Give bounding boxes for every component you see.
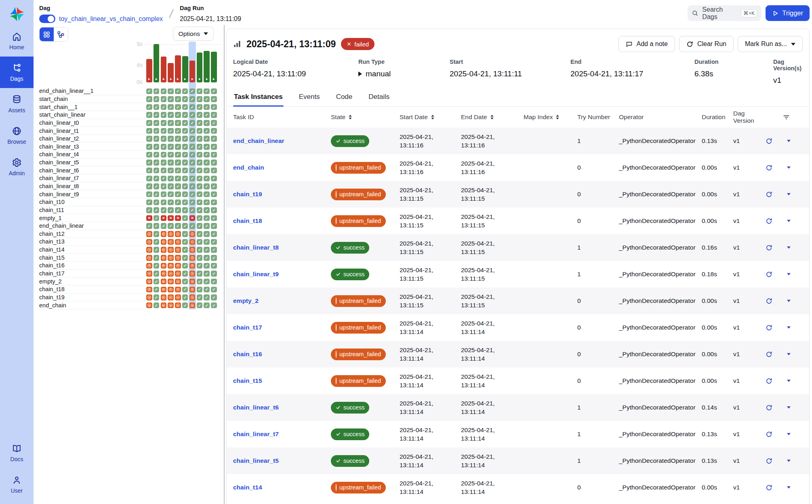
task-instance-square-success[interactable]: [168, 104, 174, 110]
task-instance-square-success[interactable]: [211, 136, 217, 142]
task-instance-square-success[interactable]: [189, 88, 196, 94]
task-instance-square-success[interactable]: [197, 207, 203, 213]
task-instance-square-success[interactable]: [197, 88, 203, 94]
task-instance-square-success[interactable]: [211, 128, 217, 134]
row-actions-caret-icon[interactable]: [787, 433, 791, 435]
sort-icon[interactable]: [555, 114, 560, 120]
task-instance-square-success[interactable]: [168, 183, 174, 189]
task-instance-square-upstream-failed[interactable]: [189, 271, 196, 277]
task-instance-square-success[interactable]: [204, 120, 210, 126]
task-id-link[interactable]: chain_linear_t7: [233, 430, 279, 437]
column-header-try-number[interactable]: Try Number: [577, 113, 619, 121]
task-instance-square-success[interactable]: [211, 215, 217, 221]
task-instance-square-success[interactable]: [154, 287, 160, 293]
graph-view-button[interactable]: [54, 27, 68, 41]
task-instance-square-success[interactable]: [204, 191, 210, 197]
search-dags-input[interactable]: Search Dags ⌘+K: [688, 5, 761, 21]
task-instance-square-success[interactable]: [175, 120, 181, 126]
task-instance-square-success[interactable]: [204, 200, 210, 206]
task-instance-square-success[interactable]: [204, 255, 210, 261]
task-instance-square-upstream-failed[interactable]: [175, 279, 181, 285]
task-instance-square-success[interactable]: [211, 160, 217, 166]
sidebar-item-admin[interactable]: Admin: [0, 151, 34, 183]
task-instance-square-success[interactable]: [189, 120, 196, 126]
task-instance-square-success[interactable]: [161, 152, 167, 158]
task-id-link[interactable]: chain_linear_t8: [233, 244, 279, 251]
task-instance-square-success[interactable]: [211, 294, 217, 300]
filter-icon[interactable]: [766, 113, 803, 121]
task-name[interactable]: chain_t14: [39, 246, 146, 254]
task-instance-square-upstream-failed[interactable]: [175, 302, 181, 309]
task-instance-square-success[interactable]: [161, 191, 167, 197]
task-instance-square-success[interactable]: [161, 88, 167, 94]
task-instance-square-success[interactable]: [146, 160, 152, 166]
task-instance-square-upstream-failed[interactable]: [175, 294, 181, 300]
task-instance-square-upstream-failed[interactable]: [168, 247, 174, 253]
task-name[interactable]: end_chain: [39, 301, 146, 309]
task-id-link[interactable]: chain_t17: [233, 324, 262, 331]
tab-task-instances[interactable]: Task Instances: [233, 93, 284, 106]
task-instance-square-success[interactable]: [197, 144, 203, 150]
sidebar-item-docs[interactable]: Docs: [0, 437, 34, 468]
task-instance-square-failed[interactable]: [146, 215, 152, 221]
task-instance-square-upstream-failed[interactable]: [161, 263, 167, 269]
task-instance-square-success[interactable]: [211, 223, 217, 229]
task-instance-square-success[interactable]: [154, 223, 160, 229]
task-instance-square-success[interactable]: [154, 112, 160, 118]
task-instance-square-success[interactable]: [197, 112, 203, 118]
task-instance-square-upstream-failed[interactable]: [189, 302, 196, 309]
task-instance-square-success[interactable]: [204, 223, 210, 229]
task-instance-square-upstream-failed[interactable]: [146, 279, 152, 285]
task-instance-square-success[interactable]: [168, 152, 174, 158]
task-instance-square-success[interactable]: [175, 112, 181, 118]
task-instance-square-success[interactable]: [197, 263, 203, 269]
task-instance-square-success[interactable]: [204, 144, 210, 150]
task-instance-square-success[interactable]: [211, 279, 217, 285]
task-instance-square-success[interactable]: [146, 152, 152, 158]
task-instance-square-success[interactable]: [146, 136, 152, 142]
task-instance-square-success[interactable]: [175, 183, 181, 189]
column-header-duration[interactable]: Duration: [702, 113, 733, 121]
clear-task-icon[interactable]: [766, 271, 772, 278]
airflow-logo[interactable]: [0, 0, 34, 25]
add-note-button[interactable]: Add a note: [618, 36, 675, 52]
column-header-start-date[interactable]: Start Date: [400, 113, 461, 121]
task-instance-square-success[interactable]: [146, 144, 152, 150]
task-instance-square-success[interactable]: [146, 96, 152, 102]
task-instance-square-success[interactable]: [175, 128, 181, 134]
task-instance-square-success[interactable]: [182, 294, 188, 300]
task-instance-square-success[interactable]: [175, 88, 181, 94]
task-instance-square-success[interactable]: [204, 88, 210, 94]
trigger-button[interactable]: Trigger: [766, 5, 810, 21]
clear-task-icon[interactable]: [766, 218, 772, 225]
row-actions-caret-icon[interactable]: [787, 460, 791, 462]
run-duration-bar[interactable]: [189, 61, 196, 82]
task-name[interactable]: chain_t16: [39, 262, 146, 270]
task-instance-square-success[interactable]: [182, 152, 188, 158]
clear-run-button[interactable]: Clear Run: [679, 36, 734, 52]
dag-pause-toggle[interactable]: [39, 15, 55, 23]
task-instance-square-success[interactable]: [146, 168, 152, 174]
task-instance-square-success[interactable]: [182, 112, 188, 118]
task-instance-square-upstream-failed[interactable]: [161, 239, 167, 245]
task-instance-square-success[interactable]: [211, 239, 217, 245]
task-instance-square-success[interactable]: [146, 200, 152, 206]
task-instance-square-success[interactable]: [154, 176, 160, 182]
task-instance-square-success[interactable]: [161, 104, 167, 110]
task-instance-square-success[interactable]: [197, 215, 203, 221]
mark-run-as-button[interactable]: Mark Run as...: [738, 36, 803, 52]
task-instance-square-success[interactable]: [204, 128, 210, 134]
run-duration-bar[interactable]: [168, 63, 174, 82]
task-instance-square-success[interactable]: [204, 183, 210, 189]
task-instance-square-success[interactable]: [182, 287, 188, 293]
task-instance-square-success[interactable]: [168, 160, 174, 166]
task-instance-square-upstream-failed[interactable]: [189, 294, 196, 300]
task-instance-square-success[interactable]: [197, 168, 203, 174]
task-instance-square-success[interactable]: [182, 279, 188, 285]
task-instance-square-success[interactable]: [161, 168, 167, 174]
task-instance-square-success[interactable]: [146, 207, 152, 213]
row-actions-caret-icon[interactable]: [787, 353, 791, 355]
task-instance-square-success[interactable]: [182, 239, 188, 245]
column-header-end-date[interactable]: End Date: [461, 113, 524, 121]
task-instance-square-success[interactable]: [168, 128, 174, 134]
